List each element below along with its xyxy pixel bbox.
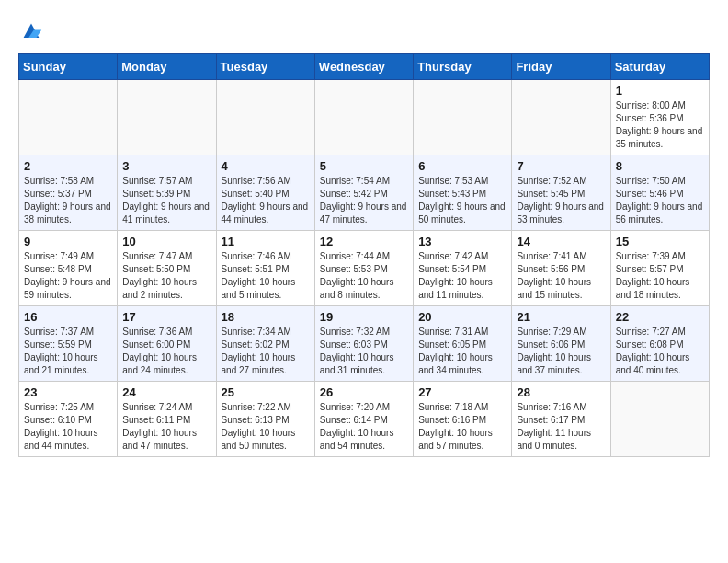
day-info: Sunrise: 7:36 AM Sunset: 6:00 PM Dayligh… [122,326,210,377]
calendar-cell [216,80,314,155]
day-info: Sunrise: 7:58 AM Sunset: 5:37 PM Dayligh… [24,175,112,226]
weekday-header: Friday [512,54,610,80]
calendar-cell: 20Sunrise: 7:31 AM Sunset: 6:05 PM Dayli… [414,306,512,382]
day-info: Sunrise: 7:25 AM Sunset: 6:10 PM Dayligh… [24,401,112,453]
calendar-cell: 23Sunrise: 7:25 AM Sunset: 6:10 PM Dayli… [19,382,118,457]
calendar-cell: 21Sunrise: 7:29 AM Sunset: 6:06 PM Dayli… [512,306,610,382]
calendar-cell: 28Sunrise: 7:16 AM Sunset: 6:17 PM Dayli… [512,382,610,457]
calendar-cell: 15Sunrise: 7:39 AM Sunset: 5:57 PM Dayli… [610,231,709,306]
day-number: 11 [222,235,310,248]
day-number: 10 [122,235,210,248]
calendar-cell: 3Sunrise: 7:57 AM Sunset: 5:39 PM Daylig… [118,155,216,231]
day-number: 14 [517,235,605,248]
day-number: 3 [122,159,210,173]
day-info: Sunrise: 7:39 AM Sunset: 5:57 PM Dayligh… [616,250,704,302]
calendar-cell: 10Sunrise: 7:47 AM Sunset: 5:50 PM Dayli… [118,231,216,306]
calendar-cell [19,80,118,155]
day-info: Sunrise: 7:42 AM Sunset: 5:54 PM Dayligh… [418,250,506,302]
day-number: 27 [418,385,506,399]
day-info: Sunrise: 7:24 AM Sunset: 6:11 PM Dayligh… [122,401,210,453]
calendar-cell: 14Sunrise: 7:41 AM Sunset: 5:56 PM Dayli… [512,231,610,306]
calendar: SundayMondayTuesdayWednesdayThursdayFrid… [18,53,710,457]
day-number: 18 [222,310,310,324]
calendar-cell: 18Sunrise: 7:34 AM Sunset: 6:02 PM Dayli… [216,306,314,382]
weekday-header: Saturday [610,54,709,80]
calendar-cell: 27Sunrise: 7:18 AM Sunset: 6:16 PM Dayli… [414,382,512,457]
day-number: 22 [616,310,704,324]
day-number: 24 [122,385,210,399]
day-info: Sunrise: 7:32 AM Sunset: 6:03 PM Dayligh… [320,326,408,377]
day-info: Sunrise: 7:20 AM Sunset: 6:14 PM Dayligh… [320,401,408,453]
logo [18,18,46,44]
day-number: 8 [616,159,704,173]
weekday-header: Sunday [19,54,118,80]
weekday-header: Tuesday [216,54,314,80]
day-number: 15 [616,235,704,248]
calendar-cell: 17Sunrise: 7:36 AM Sunset: 6:00 PM Dayli… [118,306,216,382]
day-number: 26 [320,385,408,399]
calendar-cell [118,80,216,155]
calendar-week-row: 23Sunrise: 7:25 AM Sunset: 6:10 PM Dayli… [19,382,710,457]
calendar-cell: 19Sunrise: 7:32 AM Sunset: 6:03 PM Dayli… [314,306,413,382]
calendar-cell [414,80,512,155]
calendar-week-row: 16Sunrise: 7:37 AM Sunset: 5:59 PM Dayli… [19,306,710,382]
weekday-header: Thursday [414,54,512,80]
day-number: 19 [320,310,408,324]
calendar-cell: 24Sunrise: 7:24 AM Sunset: 6:11 PM Dayli… [118,382,216,457]
day-info: Sunrise: 7:37 AM Sunset: 5:59 PM Dayligh… [24,326,112,377]
calendar-week-row: 2Sunrise: 7:58 AM Sunset: 5:37 PM Daylig… [19,155,710,231]
day-info: Sunrise: 7:18 AM Sunset: 6:16 PM Dayligh… [418,401,506,453]
calendar-cell: 8Sunrise: 7:50 AM Sunset: 5:46 PM Daylig… [610,155,709,231]
calendar-cell: 4Sunrise: 7:56 AM Sunset: 5:40 PM Daylig… [216,155,314,231]
calendar-cell: 22Sunrise: 7:27 AM Sunset: 6:08 PM Dayli… [610,306,709,382]
day-number: 2 [24,159,112,173]
day-info: Sunrise: 7:52 AM Sunset: 5:45 PM Dayligh… [517,175,605,226]
day-info: Sunrise: 7:54 AM Sunset: 5:42 PM Dayligh… [320,175,408,226]
calendar-cell: 2Sunrise: 7:58 AM Sunset: 5:37 PM Daylig… [19,155,118,231]
day-number: 6 [418,159,506,173]
calendar-cell: 6Sunrise: 7:53 AM Sunset: 5:43 PM Daylig… [414,155,512,231]
day-info: Sunrise: 7:50 AM Sunset: 5:46 PM Dayligh… [616,175,704,226]
day-number: 13 [418,235,506,248]
day-number: 23 [24,385,112,399]
calendar-cell: 25Sunrise: 7:22 AM Sunset: 6:13 PM Dayli… [216,382,314,457]
day-number: 12 [320,235,408,248]
day-info: Sunrise: 7:44 AM Sunset: 5:53 PM Dayligh… [320,250,408,302]
calendar-cell: 9Sunrise: 7:49 AM Sunset: 5:48 PM Daylig… [19,231,118,306]
day-info: Sunrise: 7:57 AM Sunset: 5:39 PM Dayligh… [122,175,210,226]
day-info: Sunrise: 7:34 AM Sunset: 6:02 PM Dayligh… [222,326,310,377]
day-number: 9 [24,235,112,248]
day-info: Sunrise: 7:27 AM Sunset: 6:08 PM Dayligh… [616,326,704,377]
day-info: Sunrise: 7:47 AM Sunset: 5:50 PM Dayligh… [122,250,210,302]
calendar-cell [512,80,610,155]
calendar-week-row: 9Sunrise: 7:49 AM Sunset: 5:48 PM Daylig… [19,231,710,306]
calendar-cell: 7Sunrise: 7:52 AM Sunset: 5:45 PM Daylig… [512,155,610,231]
day-info: Sunrise: 7:46 AM Sunset: 5:51 PM Dayligh… [222,250,310,302]
day-number: 28 [517,385,605,399]
day-number: 17 [122,310,210,324]
day-number: 21 [517,310,605,324]
day-info: Sunrise: 7:53 AM Sunset: 5:43 PM Dayligh… [418,175,506,226]
day-info: Sunrise: 8:00 AM Sunset: 5:36 PM Dayligh… [616,99,704,151]
calendar-cell [314,80,413,155]
calendar-cell [610,382,709,457]
calendar-cell: 26Sunrise: 7:20 AM Sunset: 6:14 PM Dayli… [314,382,413,457]
calendar-week-row: 1Sunrise: 8:00 AM Sunset: 5:36 PM Daylig… [19,80,710,155]
day-info: Sunrise: 7:49 AM Sunset: 5:48 PM Dayligh… [24,250,112,302]
day-info: Sunrise: 7:16 AM Sunset: 6:17 PM Dayligh… [517,401,605,453]
day-number: 7 [517,159,605,173]
day-info: Sunrise: 7:31 AM Sunset: 6:05 PM Dayligh… [418,326,506,377]
day-number: 16 [24,310,112,324]
day-info: Sunrise: 7:29 AM Sunset: 6:06 PM Dayligh… [517,326,605,377]
page-header [18,18,710,44]
day-info: Sunrise: 7:41 AM Sunset: 5:56 PM Dayligh… [517,250,605,302]
logo-icon [18,18,44,44]
day-number: 25 [222,385,310,399]
calendar-cell: 16Sunrise: 7:37 AM Sunset: 5:59 PM Dayli… [19,306,118,382]
calendar-cell: 11Sunrise: 7:46 AM Sunset: 5:51 PM Dayli… [216,231,314,306]
day-number: 1 [616,84,704,98]
day-number: 20 [418,310,506,324]
weekday-header: Monday [118,54,216,80]
day-number: 4 [222,159,310,173]
calendar-cell: 12Sunrise: 7:44 AM Sunset: 5:53 PM Dayli… [314,231,413,306]
